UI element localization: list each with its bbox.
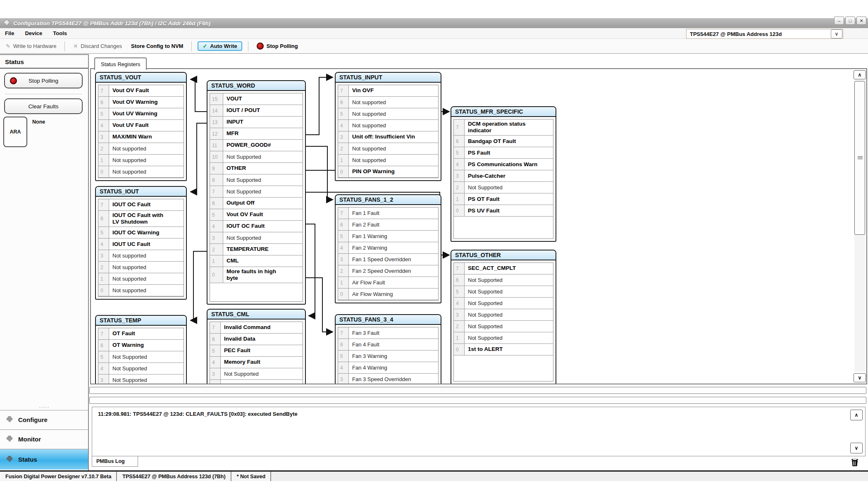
sidebar-splitter-dots[interactable]: ..... xyxy=(0,403,89,408)
bit-number: 4 xyxy=(454,159,465,170)
bit-number: 3 xyxy=(338,374,349,384)
statusbar-app-version: Fusion Digital Power Designer v7.10.7 Be… xyxy=(0,472,117,481)
register-status-other: STATUS_OTHER 7SEC_ACT_CMPLT6Not Supporte… xyxy=(451,250,556,384)
ti-logo-icon xyxy=(6,455,13,463)
bit-number: 3 xyxy=(338,131,349,143)
auto-write-toggle[interactable]: ✓ Auto Write xyxy=(198,41,242,51)
window-controls: – □ ✕ xyxy=(834,17,866,25)
minimize-button[interactable]: – xyxy=(834,17,844,25)
maximize-button[interactable]: □ xyxy=(845,17,855,25)
register-bit-row: 4Fan 4 Warning xyxy=(338,362,438,374)
bit-number: 3 xyxy=(454,170,465,181)
scroll-up-button[interactable]: ∧ xyxy=(850,410,863,420)
bit-number: 4 xyxy=(98,363,109,374)
bit-number: 0 xyxy=(338,166,349,177)
register-title: STATUS_CML xyxy=(207,310,305,320)
device-selector[interactable]: TPS544E27 @ PMBus Address 123d ∨ xyxy=(686,29,843,39)
bit-label: Fan 4 Warning xyxy=(349,362,438,373)
register-bit-row: 7Vin OVF xyxy=(338,85,438,97)
divider xyxy=(5,94,82,94)
bit-number: 7 xyxy=(98,85,109,96)
bit-number: 5 xyxy=(210,345,221,356)
bit-label: DCM operation status indicator xyxy=(465,119,553,135)
close-button[interactable]: ✕ xyxy=(856,17,866,25)
sidebar-stop-polling-button[interactable]: Stop Polling xyxy=(4,73,83,88)
ara-button[interactable]: ARA xyxy=(3,117,27,147)
register-bit-row: 2Not Supported xyxy=(210,380,303,384)
register-bit-row: 1Not supported xyxy=(98,273,184,285)
register-bit-row: 7Invalid Command xyxy=(210,322,303,334)
register-bit-row: 12MFR xyxy=(210,128,303,140)
register-bit-row: 0PIN OP Warning xyxy=(338,166,438,178)
clear-faults-button[interactable]: Clear Faults xyxy=(4,98,83,114)
register-status-fans-3-4: STATUS_FANS_3_4 7Fan 3 Fault6Fan 4 Fault… xyxy=(335,314,441,384)
log-scrollbar[interactable]: ∧ ∨ xyxy=(850,410,863,454)
scroll-down-button[interactable]: ∨ xyxy=(850,443,863,453)
register-bit-row: 5PS Fault xyxy=(454,147,553,159)
sidebar-title: Status xyxy=(0,55,88,68)
stop-polling-button[interactable]: Stop Polling xyxy=(254,41,300,51)
chevron-down-icon[interactable]: ∨ xyxy=(831,29,842,38)
bit-number: 3 xyxy=(210,232,223,243)
register-bit-row: 13INPUT xyxy=(210,117,303,128)
bit-label: Fan 1 Fault xyxy=(349,207,438,219)
register-title: STATUS_FANS_3_4 xyxy=(336,315,441,325)
register-bit-table: 15VOUT14IOUT / POUT13INPUT12MFR11POWER_G… xyxy=(210,93,303,302)
discard-changes-button[interactable]: ✕ Discard Changes xyxy=(71,42,124,50)
register-bit-row: 3Not Supported xyxy=(210,368,303,380)
tab-pmbus-log[interactable]: PMBus Log xyxy=(92,456,138,467)
sidebar-item-label: Status xyxy=(18,456,37,463)
scroll-down-button[interactable]: ∨ xyxy=(854,373,866,382)
bit-label: Fan 3 Speed Overridden xyxy=(349,374,438,384)
sidebar-item-configure[interactable]: Configure xyxy=(0,410,88,429)
register-bit-row: 6IOUT OC Fault with LV Shutdown xyxy=(98,211,184,227)
clear-log-trash-icon[interactable] xyxy=(850,457,860,467)
polling-indicator-icon xyxy=(10,77,17,84)
splitter-strip[interactable] xyxy=(89,387,866,394)
bit-label: CML xyxy=(223,255,303,267)
bit-label: Invalid Command xyxy=(221,322,303,333)
bit-number: 0 xyxy=(98,285,109,296)
register-title: STATUS_TEMP xyxy=(96,316,186,326)
bit-label: TEMPERATURE xyxy=(223,244,303,255)
write-to-hardware-button[interactable]: ✎ Write to Hardware xyxy=(3,42,59,50)
bit-label: Fan 1 Speed Overridden xyxy=(349,254,438,265)
sidebar-item-monitor[interactable]: Monitor xyxy=(0,429,88,448)
main-scrollbar[interactable]: ∧ ∨ xyxy=(854,70,866,382)
store-config-to-nvm-button[interactable]: Store Config to NVM xyxy=(129,42,186,50)
register-bit-row: 8Not Supported xyxy=(210,174,303,186)
bit-number: 10 xyxy=(210,151,223,162)
bit-label: Not Supported xyxy=(465,332,553,343)
splitter-strip[interactable] xyxy=(89,397,866,404)
bit-label: MAX/MIN Warn xyxy=(109,131,184,143)
scrollbar-thumb[interactable] xyxy=(854,81,865,235)
bit-label: IOUT OC Warning xyxy=(109,227,184,238)
register-bit-row: 5Not Supported xyxy=(454,286,553,298)
bit-label: IOUT OC Fault xyxy=(109,199,184,210)
write-icon: ✎ xyxy=(6,43,10,49)
bit-label: Not Supported xyxy=(223,186,303,197)
register-bit-row: 9OTHER xyxy=(210,163,303,174)
register-bit-row: 5Vout UV Warning xyxy=(98,108,184,120)
register-status-fans-1-2: STATUS_FANS_1_2 7Fan 1 Fault6Fan 2 Fault… xyxy=(335,194,441,303)
write-to-hardware-label: Write to Hardware xyxy=(13,43,57,49)
register-title: STATUS_FANS_1_2 xyxy=(336,195,441,205)
ti-logo-icon xyxy=(6,435,13,443)
menu-file[interactable]: File xyxy=(5,30,14,36)
sidebar-item-status[interactable]: Status xyxy=(0,449,88,470)
bit-label: Not supported xyxy=(349,143,438,154)
bit-label: Air Flow Fault xyxy=(349,277,438,288)
bit-label: Fan 4 Fault xyxy=(349,339,438,350)
bit-number: 0 xyxy=(98,166,109,177)
register-bit-row: 01st to ALERT xyxy=(454,344,553,355)
scroll-up-button[interactable]: ∧ xyxy=(854,70,866,79)
register-bit-row: 4Not Supported xyxy=(454,298,553,309)
menu-device[interactable]: Device xyxy=(25,30,42,36)
bit-label: IOUT OC Fault xyxy=(223,221,303,232)
status-bar: Fusion Digital Power Designer v7.10.7 Be… xyxy=(0,470,868,481)
tab-status-registers[interactable]: Status Registers xyxy=(94,57,147,70)
register-bit-row: 3Not supported xyxy=(98,250,184,262)
menu-tools[interactable]: Tools xyxy=(53,30,67,36)
bit-label: POWER_GOOD# xyxy=(223,140,303,151)
bit-label: PS Fault xyxy=(465,147,553,158)
